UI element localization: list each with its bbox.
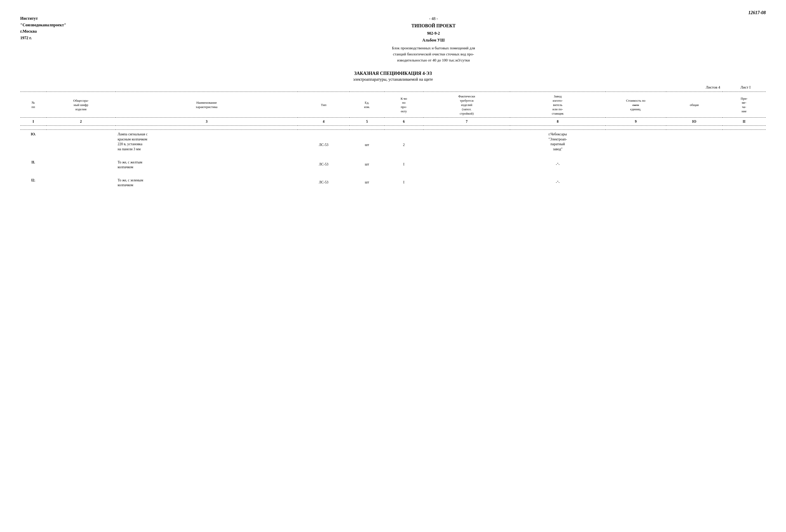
album: Альбом УШ — [101, 37, 766, 44]
row11-note — [722, 158, 766, 171]
spec-title: ЗАКАЗНАЯ СПЕЦИФИКАЦИЯ 4-ЭЗ — [20, 71, 766, 76]
header-name: Наименованиехарактеристика — [116, 93, 298, 117]
institute-line1: Институт — [20, 15, 101, 22]
row11-cost-unit — [605, 158, 666, 171]
row11-type: ЛС-53 — [298, 158, 350, 171]
row12-cost-total — [666, 176, 722, 189]
row11-cost-total — [666, 158, 722, 171]
header-note: При-ме-ча-ние — [722, 93, 766, 117]
row10-type: ЛС-53 — [298, 130, 350, 153]
row10-unit: шт — [350, 130, 384, 153]
col-num-4: 4 — [298, 117, 350, 126]
row12-note — [722, 176, 766, 189]
row12-maker: -"- — [510, 176, 605, 189]
row10-cost-total — [666, 130, 722, 153]
institute-line4: 1972 г. — [20, 34, 101, 41]
page-num: - 48 - — [101, 15, 766, 22]
sheet-current: Лист I — [740, 85, 750, 90]
row11-qty: I — [384, 158, 423, 171]
row12-code — [46, 176, 116, 189]
desc-line1: Блок производственных и бытовых помещени… — [101, 45, 766, 51]
row10-cost-unit — [605, 130, 666, 153]
description: Блок производственных и бытовых помещени… — [101, 45, 766, 63]
col-num-2: 2 — [46, 117, 116, 126]
row10-qty: 2 — [384, 130, 423, 153]
institute-line2: "Союзводоканалпроект" — [20, 22, 101, 28]
col-num-1: I — [20, 117, 46, 126]
row12-unit: шт — [350, 176, 384, 189]
row10-maker: г.Чебоксары "Электроап- паратный завод" — [510, 130, 605, 153]
row12-num: I2. — [20, 176, 46, 189]
col-num-11: II — [722, 117, 766, 126]
header-code: Общесора-ный шифризделия — [46, 93, 116, 117]
spacer-row-2 — [20, 153, 766, 158]
sheets-total: Листов 4 — [706, 85, 720, 90]
institute-line3: г.Москва — [20, 28, 101, 34]
table-row: IO. Лампа сигнальная с красным колпачком… — [20, 130, 766, 153]
header-fact: Фактическитребуетсяизделий(запол.стройко… — [423, 93, 510, 117]
table-header-row: №пп Общесора-ный шифризделия Наименовани… — [20, 93, 766, 117]
header-num: №пп — [20, 93, 46, 117]
spec-table: №пп Общесора-ный шифризделия Наименовани… — [20, 92, 766, 189]
desc-line3: изводительностью от 40 до 100 тыс.м3/сут… — [101, 57, 766, 63]
sheets-info: Листов 4 Лист I — [20, 85, 766, 90]
col-num-6: 6 — [384, 117, 423, 126]
header-center: - 48 - ТИПОВОЙ ПРОЕКТ 902-9-2 Альбом УШ … — [101, 15, 766, 63]
table-row: II. То же, с желтым колпачком ЛС-53 шт I… — [20, 158, 766, 171]
col-num-7: 7 — [423, 117, 510, 126]
row11-unit: шт — [350, 158, 384, 171]
header-cost-total: общая — [666, 93, 722, 117]
col-num-5: 5 — [350, 117, 384, 126]
row11-code — [46, 158, 116, 171]
col-num-9: 9 — [605, 117, 666, 126]
row12-name: То же, с зеленым колпачком — [116, 176, 298, 189]
row11-maker: -"- — [510, 158, 605, 171]
row12-qty: I — [384, 176, 423, 189]
col-num-8: 8 — [510, 117, 605, 126]
row10-name: Лампа сигнальная с красным колпачком 220… — [116, 130, 298, 153]
row11-num: II. — [20, 158, 46, 171]
row10-note — [722, 130, 766, 153]
page-number: 12617-08 — [748, 10, 766, 16]
row10-fact — [423, 130, 510, 153]
header-unit: Ед.изм. — [350, 93, 384, 117]
spacer-row — [20, 126, 766, 130]
row12-cost-unit — [605, 176, 666, 189]
spec-subtitle: электроаппаратуры, устанавливаемой на щи… — [20, 77, 766, 82]
header-qty: К-вопопро-екту — [384, 93, 423, 117]
table-row: I2. То же, с зеленым колпачком ЛС-53 шт … — [20, 176, 766, 189]
col-num-10: IO — [666, 117, 722, 126]
strikethrough-smete: смете — [632, 103, 639, 107]
spacer-row-3 — [20, 171, 766, 176]
table-numbers-row: I 2 3 4 5 6 7 8 9 IO II — [20, 117, 766, 126]
row10-code — [46, 130, 116, 153]
row10-num: IO. — [20, 130, 46, 153]
header-type: Тип — [298, 93, 350, 117]
title-main: ТИПОВОЙ ПРОЕКТ — [101, 22, 766, 30]
col-num-3: 3 — [116, 117, 298, 126]
desc-line2: станций биологической очистки сточных во… — [101, 51, 766, 57]
row12-fact — [423, 176, 510, 189]
header-section: Институт "Союзводоканалпроект" г.Москва … — [20, 15, 766, 63]
row11-name: То же, с желтым колпачком — [116, 158, 298, 171]
header-left: Институт "Союзводоканалпроект" г.Москва … — [20, 15, 101, 63]
project-num: 902-9-2 — [101, 30, 766, 37]
header-maker: Заводизгото-вительили по-ставщик — [510, 93, 605, 117]
header-cost-unit: Стоимость посметеединиц. — [605, 93, 666, 117]
row11-fact — [423, 158, 510, 171]
row12-type: ЛС-53 — [298, 176, 350, 189]
